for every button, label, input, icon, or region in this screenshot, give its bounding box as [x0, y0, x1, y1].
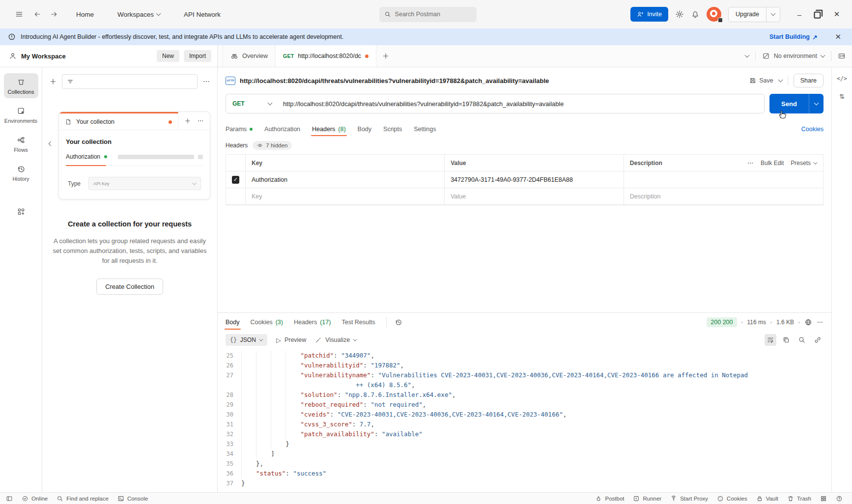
code-snippet-icon[interactable]: </>: [837, 75, 847, 82]
upgrade-dropdown[interactable]: [766, 7, 780, 22]
start-building-link[interactable]: Start Building ↗: [769, 33, 817, 41]
environment-quick-look-icon[interactable]: [831, 52, 852, 60]
request-tab-params[interactable]: Params: [226, 120, 253, 138]
request-tab-headers[interactable]: Headers(8): [312, 120, 346, 138]
token: ,: [563, 411, 567, 418]
save-button[interactable]: Save: [749, 77, 773, 84]
copy-icon[interactable]: [780, 334, 792, 346]
token: :: [363, 362, 370, 369]
link-icon[interactable]: [812, 334, 824, 346]
send-button[interactable]: Send: [769, 94, 824, 113]
sidebar-item-history[interactable]: History: [4, 160, 38, 185]
key-placeholder[interactable]: Key: [246, 188, 445, 204]
sidebar-item-environments[interactable]: Environments: [4, 102, 38, 127]
upgrade-button[interactable]: Upgrade: [728, 7, 780, 22]
code-line: 27"vulnerabilityname": "Vulnerabilities …: [218, 370, 831, 380]
sidebar-add-tools[interactable]: [4, 203, 38, 220]
toggle-sidebar-icon[interactable]: [5, 493, 17, 504]
code-content: }: [241, 478, 245, 488]
filter-input[interactable]: [62, 74, 198, 89]
workspace-name[interactable]: My Workspace: [21, 53, 66, 60]
forward-icon[interactable]: [50, 10, 58, 18]
window-close-icon[interactable]: ✕: [829, 7, 844, 22]
search-response-icon[interactable]: [796, 334, 808, 346]
presets-dropdown[interactable]: Presets: [791, 160, 817, 167]
notifications-bell-icon[interactable]: [691, 10, 700, 19]
request-tab-settings[interactable]: Settings: [414, 120, 436, 138]
tab-request[interactable]: GET http://localhost:8020/dc: [276, 45, 376, 67]
statusbar-start-proxy[interactable]: Start Proxy: [666, 493, 712, 504]
nav-workspaces[interactable]: Workspaces: [113, 7, 165, 22]
create-collection-button[interactable]: Create Collection: [96, 279, 163, 295]
indent-guide: [241, 449, 256, 459]
response-format-select[interactable]: {} JSON: [226, 334, 267, 346]
tab-overview[interactable]: Overview: [223, 45, 276, 67]
response-tab-body[interactable]: Body: [226, 313, 240, 332]
add-collection-icon[interactable]: [49, 78, 57, 85]
row-checkbox[interactable]: ✓: [232, 176, 239, 184]
import-button[interactable]: Import: [184, 50, 211, 62]
avatar[interactable]: [707, 7, 721, 22]
statusbar-online[interactable]: Online: [17, 493, 52, 504]
statusbar-find-and-replace[interactable]: Find and replace: [52, 493, 113, 504]
tab-list-dropdown[interactable]: [739, 55, 755, 57]
split-view-icon[interactable]: [816, 493, 831, 504]
nav-home[interactable]: Home: [72, 7, 98, 22]
send-dropdown[interactable]: [809, 94, 824, 113]
header-key-cell[interactable]: Authorization: [246, 171, 445, 188]
search-input[interactable]: Search Postman: [379, 7, 477, 22]
save-dropdown-icon[interactable]: [778, 78, 783, 83]
response-actions-icon[interactable]: [817, 319, 824, 326]
share-button[interactable]: Share: [794, 74, 824, 87]
statusbar-cookies[interactable]: Cookies: [712, 493, 752, 504]
new-tab-button[interactable]: [376, 45, 395, 67]
indent-guide: [271, 361, 285, 370]
nav-api-network[interactable]: API Network: [179, 7, 225, 22]
hidden-headers-toggle[interactable]: 7 hidden: [253, 141, 292, 150]
request-tab-authorization[interactable]: Authorization: [264, 120, 300, 138]
cookies-link[interactable]: Cookies: [801, 126, 824, 133]
request-tab-body[interactable]: Body: [358, 120, 372, 138]
invite-button[interactable]: Invite: [630, 7, 668, 22]
sidebar-item-flows[interactable]: Flows: [4, 131, 38, 156]
statusbar-vault[interactable]: Vault: [752, 493, 783, 504]
wrap-text-icon[interactable]: [765, 334, 776, 346]
indent-guide: [241, 390, 256, 400]
vault-icon: [756, 495, 763, 502]
response-history-icon[interactable]: [395, 318, 402, 326]
window-restore-icon[interactable]: [811, 7, 825, 22]
method-select[interactable]: GET: [226, 100, 278, 107]
bulk-edit-button[interactable]: Bulk Edit: [761, 160, 784, 167]
indent-guide: [241, 459, 256, 469]
window-minimize-icon[interactable]: –: [792, 7, 807, 22]
visualize-button[interactable]: Visualize: [315, 336, 357, 343]
description-placeholder[interactable]: Description: [624, 188, 823, 204]
value-placeholder[interactable]: Value: [445, 188, 624, 204]
settings-gear-icon[interactable]: [675, 10, 684, 19]
table-more-icon[interactable]: [747, 160, 754, 167]
response-tab-headers[interactable]: Headers(17): [294, 313, 331, 332]
url-input[interactable]: http://localhost:8020/dcapi/threats/vuln…: [278, 100, 764, 108]
header-description-cell[interactable]: [624, 171, 823, 188]
response-tab-cookies[interactable]: Cookies(3): [251, 313, 283, 332]
statusbar-trash[interactable]: Trash: [783, 493, 816, 504]
response-tab-test-results[interactable]: Test Results: [341, 313, 375, 332]
indent-guide: [256, 410, 271, 420]
environment-selector[interactable]: No environment: [756, 52, 831, 60]
new-button[interactable]: New: [157, 50, 179, 62]
help-icon[interactable]: [831, 493, 847, 504]
more-actions-icon[interactable]: [202, 78, 210, 85]
statusbar-runner[interactable]: Runner: [628, 493, 666, 504]
header-value-cell[interactable]: 3472790A-3171-49A0-9377-2D4FB61E8A88: [445, 171, 624, 188]
back-icon[interactable]: [33, 10, 41, 18]
statusbar-console[interactable]: Console: [113, 493, 152, 504]
menu-icon[interactable]: [15, 10, 24, 19]
sidebar-item-collections[interactable]: Collections: [4, 73, 38, 98]
preview-button[interactable]: ▷ Preview: [276, 336, 306, 344]
statusbar-postbot[interactable]: Postbot: [591, 493, 628, 504]
refresh-icon[interactable]: ⇅: [839, 93, 845, 100]
network-info-icon[interactable]: [804, 318, 812, 326]
request-tab-scripts[interactable]: Scripts: [383, 120, 402, 138]
carousel-prev-icon[interactable]: [49, 141, 54, 146]
banner-close-icon[interactable]: ✕: [835, 32, 841, 41]
